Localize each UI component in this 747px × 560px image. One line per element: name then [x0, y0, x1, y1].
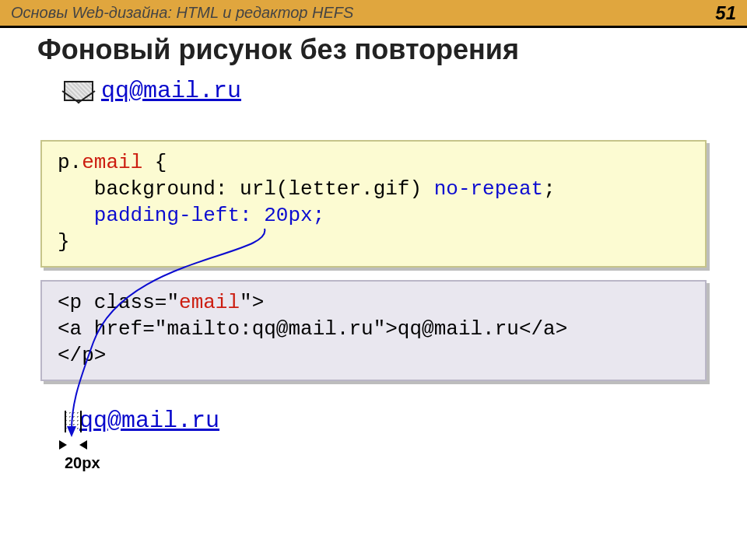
email-link-with-bg[interactable]: qq@mail.ru [101, 78, 241, 104]
html-code-block: <p class="email"> <a href="mailto:qq@mai… [40, 280, 707, 381]
css-t: { [142, 151, 167, 174]
slide: Основы Web-дизайна: HTML и редактор HEFS… [0, 0, 747, 560]
envelope-icon [64, 81, 93, 101]
page-number: 51 [715, 2, 736, 24]
css-code-block: p.email { background: url(letter.gif) no… [40, 140, 707, 268]
html-t: email [179, 291, 240, 314]
arrow-icon [79, 440, 87, 450]
example-padding: qq@mail.ru [64, 408, 219, 434]
measure-label: 20px [65, 454, 100, 472]
html-t: "> [240, 291, 264, 314]
css-t: background: url(letter.gif) [58, 177, 434, 201]
email-link-padded[interactable]: qq@mail.ru [79, 408, 219, 434]
arrow-icon [59, 440, 67, 450]
html-t: <p class=" [58, 291, 179, 314]
measure-bar [65, 411, 66, 432]
css-t: padding-left: 20px; [58, 204, 324, 227]
example-with-bg: qq@mail.ru [64, 78, 241, 104]
css-t: ; [543, 177, 556, 201]
measure-bar [80, 411, 82, 432]
css-t: } [58, 230, 70, 254]
slide-title: Фоновый рисунок без повторения [37, 33, 519, 66]
html-t: </p> [58, 344, 106, 367]
padding-indicator-icon [64, 411, 79, 431]
css-t: no-repeat [434, 177, 543, 201]
measure-20px: 20px [37, 436, 146, 467]
header-title: Основы Web-дизайна: HTML и редактор HEFS [11, 4, 353, 22]
css-t: email [82, 151, 142, 174]
header-bar: Основы Web-дизайна: HTML и редактор HEFS… [0, 0, 747, 28]
html-t: <a href="mailto:qq@mail.ru">qq@mail.ru</… [58, 317, 567, 341]
css-t: p. [58, 151, 82, 174]
